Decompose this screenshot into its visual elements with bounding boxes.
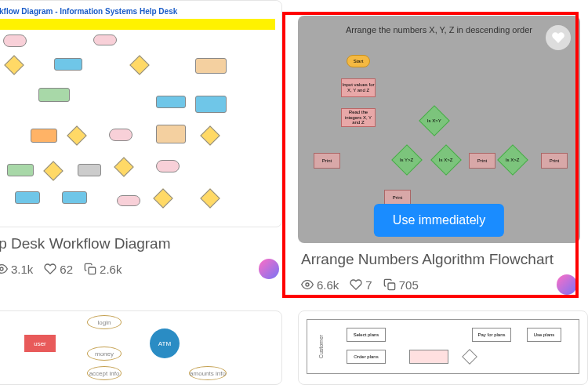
swim-step: Use plans bbox=[527, 328, 561, 342]
author-avatar[interactable] bbox=[259, 259, 279, 279]
copy-icon bbox=[84, 263, 96, 275]
likes-stat: 7 bbox=[350, 278, 372, 292]
fc-print: Print bbox=[469, 153, 495, 169]
fc-start: Start bbox=[347, 55, 370, 67]
fc-decision: Is X>Z bbox=[430, 144, 462, 176]
thumbnail-arrange[interactable]: Arrange the numbers X, Y, Z in descendin… bbox=[298, 16, 580, 243]
likes-stat: 62 bbox=[44, 263, 73, 276]
card-title: lp Desk Workflow Diagram bbox=[0, 235, 279, 252]
swim-step bbox=[409, 350, 448, 364]
template-card-highlighted[interactable]: Arrange the numbers X, Y, Z in descendin… bbox=[298, 16, 580, 303]
thumb-title: kflow Diagram - Information Systems Help… bbox=[0, 7, 275, 16]
svg-rect-1 bbox=[89, 267, 96, 274]
thumb-banner bbox=[0, 19, 275, 30]
fc-print: Print bbox=[314, 153, 340, 169]
views-stat: 3.1k bbox=[0, 263, 33, 276]
swimlane: Customer Select plans Order plans Pay fo… bbox=[307, 319, 579, 374]
fc-decision: Is Y>Z bbox=[391, 144, 423, 176]
swim-step: Order plans bbox=[347, 350, 386, 364]
heart-icon bbox=[551, 31, 565, 45]
flowchart-preview bbox=[0, 34, 275, 223]
template-card[interactable]: kflow Diagram - Information Systems Help… bbox=[0, 0, 282, 303]
fc-read: Read the integers X, Y and Z bbox=[341, 108, 376, 127]
erd-entity: user bbox=[24, 335, 56, 352]
card-stats: 6.6k 7 705 bbox=[301, 274, 577, 295]
favorite-button[interactable] bbox=[546, 25, 571, 50]
erd-relation: money bbox=[87, 347, 122, 361]
swim-step: Select plans bbox=[347, 328, 386, 342]
svg-point-0 bbox=[0, 267, 3, 270]
erd-entity: ATM bbox=[150, 328, 180, 358]
card-stats: 3.1k 62 2.6k bbox=[0, 259, 279, 279]
heart-icon bbox=[350, 278, 362, 291]
card-title: Arrange Numbers Algorithm Flowchart bbox=[301, 251, 577, 268]
thumbnail-swimlane[interactable]: Customer Select plans Order plans Pay fo… bbox=[298, 310, 588, 385]
heart-icon bbox=[44, 263, 56, 275]
flowchart-title: Arrange the numbers X, Y, Z in descendin… bbox=[307, 25, 571, 34]
thumbnail-helpdesk[interactable]: kflow Diagram - Information Systems Help… bbox=[0, 0, 282, 227]
copies-stat: 2.6k bbox=[84, 263, 122, 276]
views-stat: 6.6k bbox=[301, 278, 339, 292]
fc-decision: Is X>Y bbox=[419, 105, 450, 136]
svg-point-2 bbox=[306, 283, 309, 286]
fc-decision: Is X>Z bbox=[497, 144, 528, 176]
thumbnail-erd[interactable]: user ATM login money accept info amounts… bbox=[0, 310, 282, 385]
erd-relation: accept info bbox=[87, 366, 122, 380]
swim-decision bbox=[462, 349, 477, 365]
fc-print: Print bbox=[384, 190, 411, 205]
author-avatar[interactable] bbox=[557, 274, 577, 295]
erd-relation: login bbox=[87, 315, 122, 329]
fc-input: Input values for X, Y and Z bbox=[341, 78, 376, 97]
swim-step: Pay for plans bbox=[472, 328, 511, 342]
lane-label: Customer bbox=[318, 335, 324, 358]
copies-stat: 705 bbox=[383, 278, 419, 292]
eye-icon bbox=[301, 278, 314, 291]
fc-print: Print bbox=[541, 153, 568, 169]
use-immediately-button[interactable]: Use immediately bbox=[374, 204, 504, 237]
erd-relation: amounts info bbox=[189, 366, 227, 380]
copy-icon bbox=[383, 278, 396, 291]
svg-rect-3 bbox=[388, 283, 395, 290]
eye-icon bbox=[0, 263, 8, 275]
